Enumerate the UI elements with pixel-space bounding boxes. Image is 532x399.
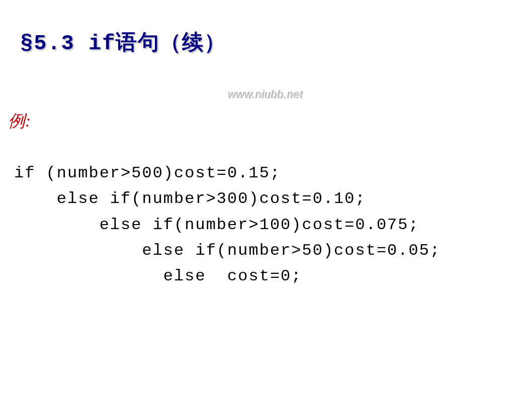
code-block: if (number>500)cost=0.15; else if(number… [14, 135, 440, 289]
code-line-2: else if(number>300)cost=0.10; [14, 189, 366, 208]
watermark-text: www.niubb.net [228, 88, 304, 102]
example-label: 例: [8, 110, 31, 133]
code-line-1: if (number>500)cost=0.15; [14, 164, 281, 182]
code-line-3: else if(number>100)cost=0.075; [14, 216, 419, 234]
code-line-5: else cost=0; [14, 267, 302, 285]
section-heading: §5.3 if语句（续） [20, 28, 226, 56]
code-line-4: else if(number>50)cost=0.05; [14, 241, 440, 260]
